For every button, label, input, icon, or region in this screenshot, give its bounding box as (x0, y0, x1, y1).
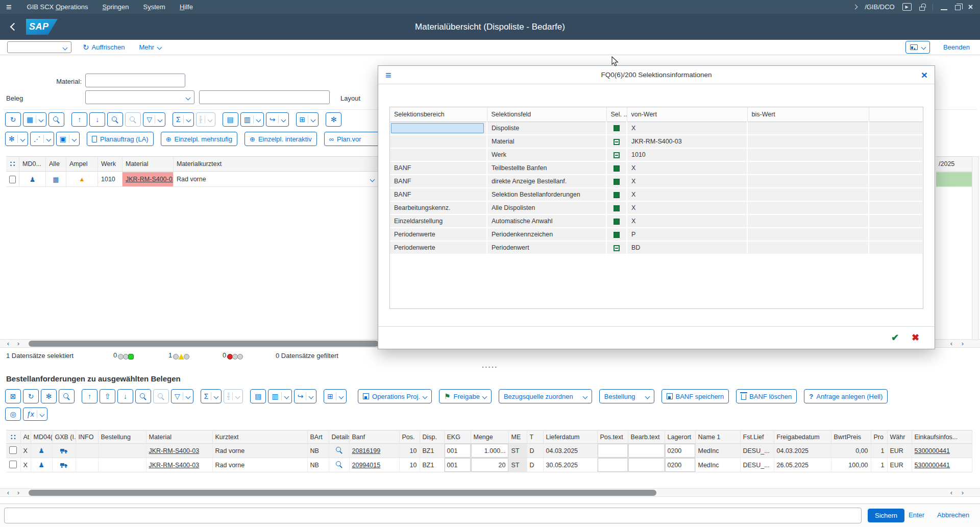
column-header-material[interactable]: Material (122, 157, 174, 171)
row-select-cell[interactable] (6, 458, 20, 472)
scroll-right-icon[interactable]: › (959, 340, 967, 348)
restore-button[interactable] (955, 5, 961, 10)
column-header-ekg[interactable]: EKG (444, 430, 471, 444)
row-checkbox[interactable] (9, 461, 17, 468)
einzelplanung-mehrstufig-button[interactable]: ⊕Einzelpl. mehrstufig (161, 132, 237, 146)
row-checkbox[interactable] (9, 446, 17, 454)
planauftrag-button[interactable]: Planauftrag (LA) (87, 132, 154, 146)
banf-cell[interactable]: 20994015 (349, 458, 399, 472)
material-cell[interactable]: JKR-RM-S400-03 (146, 444, 212, 458)
layout-input[interactable] (199, 90, 330, 104)
banf-loeschen-button[interactable]: BANF löschen (736, 389, 797, 403)
scroll-left-icon[interactable]: ‹ (4, 340, 12, 348)
focused-cell[interactable] (391, 123, 484, 134)
lagerort-cell[interactable]: 0200 (665, 444, 695, 458)
column-header-ampel[interactable]: Ampel (66, 157, 98, 171)
cancel-button[interactable]: Abbrechen (937, 511, 969, 519)
column-header-bart[interactable]: BArt (307, 430, 329, 444)
script-play-icon[interactable]: ▶ (902, 3, 912, 11)
column-header-waehr[interactable]: Währ (887, 430, 912, 444)
unlocked-padlock-icon[interactable] (919, 7, 925, 11)
anfrage-anlegen-button[interactable]: ?Anfrage anlegen (Hell) (804, 389, 888, 403)
column-header-t[interactable]: T (527, 430, 543, 444)
column-header-werk[interactable]: Werk (98, 157, 122, 171)
menge-cell[interactable]: 20 (471, 458, 508, 472)
row-select-cell[interactable] (6, 444, 20, 458)
gxb-cell[interactable] (52, 458, 76, 472)
sum-button[interactable]: Σ (201, 389, 222, 403)
column-header-banf[interactable]: Banf (349, 430, 399, 444)
column-header-von-wert[interactable]: von-Wert (627, 107, 747, 122)
select-all-header[interactable]: ∷ (6, 157, 19, 171)
scroll-left-icon[interactable]: ‹ (947, 489, 955, 497)
user-assign-button[interactable]: ⇧ (100, 389, 115, 403)
column-header-md04[interactable]: MD0... (19, 157, 46, 171)
column-header-info[interactable]: INFO (76, 430, 98, 444)
ekg-cell[interactable]: 001 (444, 444, 471, 458)
postext-cell[interactable] (597, 444, 628, 458)
find-button[interactable] (135, 389, 151, 403)
traffic-light-green[interactable]: 0 (113, 351, 134, 360)
spreadsheet-button[interactable]: ⊞ (324, 389, 347, 403)
select-all-header[interactable]: ∷ (6, 430, 20, 444)
column-header-me[interactable]: ME (508, 430, 527, 444)
refresh-button[interactable]: ↻ (5, 112, 21, 127)
cancel-cross-icon[interactable]: ✖ (912, 332, 919, 343)
traffic-light-red[interactable]: 0 (223, 351, 243, 360)
column-header-md04[interactable]: MD04(... (31, 430, 52, 444)
column-header-selektionsbereich[interactable]: Selektionsbereich (390, 107, 487, 122)
postext-cell[interactable] (597, 458, 628, 472)
export-button[interactable]: ↪ (266, 112, 289, 127)
dialog-menu-icon[interactable]: ≡ (385, 70, 391, 80)
menge-cell[interactable]: 1.000... (471, 444, 508, 458)
column-header-bwrtpreis[interactable]: BwrtPreis (831, 430, 871, 444)
scroll-right-icon[interactable]: › (14, 340, 22, 348)
bearbtext-cell[interactable] (628, 458, 665, 472)
formula-button[interactable]: ƒx (23, 408, 47, 421)
refresh-button[interactable]: ↻ (23, 389, 39, 403)
column-header-name1[interactable]: Name 1 (695, 430, 740, 444)
gui-options-button[interactable] (905, 41, 930, 54)
einkaufsinfo-cell[interactable]: 5300000441 (912, 444, 972, 458)
column-header-bestellung[interactable]: Bestellung (98, 430, 146, 444)
details-cell[interactable] (329, 444, 349, 458)
bereich-cell[interactable] (390, 122, 487, 135)
sum-button[interactable]: Σ (173, 112, 194, 127)
gib-cube-button[interactable]: ✻ (326, 112, 341, 127)
scroll-left-icon[interactable]: ‹ (947, 340, 955, 348)
filter-button[interactable]: ▽ (143, 112, 165, 127)
lagerort-cell[interactable]: 0200 (665, 458, 695, 472)
column-header-kurztext[interactable]: Kurztext (212, 430, 307, 444)
operations-projekt-button[interactable]: Operations Proj. (358, 389, 432, 403)
minimize-button[interactable] (941, 4, 947, 10)
column-header-bearbtext[interactable]: Bearb.text (628, 430, 665, 444)
column-header-alle[interactable]: Alle (46, 157, 66, 171)
beleg-combobox[interactable] (85, 90, 194, 104)
status-message-field[interactable] (4, 508, 862, 523)
more-button[interactable]: Mehr (139, 43, 161, 51)
scroll-right-icon[interactable]: › (14, 489, 22, 497)
scroll-left-icon[interactable]: ‹ (4, 489, 12, 497)
chart-menu-button[interactable]: ⋰ (30, 132, 54, 146)
column-header-disp[interactable]: Disp. (420, 430, 444, 444)
alle-cell[interactable]: ▦ (46, 172, 66, 186)
column-header-pos[interactable]: Pos. (399, 430, 420, 444)
enter-button[interactable]: Enter (909, 511, 924, 519)
refresh-button[interactable]: ↻Auffrischen (83, 43, 125, 52)
material-input[interactable] (85, 74, 185, 87)
column-header-material[interactable]: Material (146, 430, 212, 444)
column-header-sel[interactable]: Sel. ... (606, 107, 627, 122)
md04-cell[interactable]: ♟ (31, 444, 52, 458)
banf-cell[interactable]: 20816199 (349, 444, 399, 458)
column-header-selektionsfeld[interactable]: Selektionsfeld (487, 107, 606, 122)
expand-chevron-icon[interactable] (853, 5, 858, 10)
menu-system[interactable]: System (136, 3, 173, 11)
column-header-bis-wert[interactable]: bis-Wert (747, 107, 869, 122)
bestellung-button[interactable]: Bestellung (599, 389, 654, 403)
calendar-menu-button[interactable]: ▣ (56, 132, 80, 146)
spreadsheet-button[interactable]: ⊞ (296, 112, 319, 127)
back-icon[interactable] (10, 23, 18, 31)
bearbtext-cell[interactable] (628, 444, 665, 458)
list-view-button[interactable]: ▥ (268, 389, 291, 403)
splitter-handle[interactable]: ····· (0, 364, 980, 373)
